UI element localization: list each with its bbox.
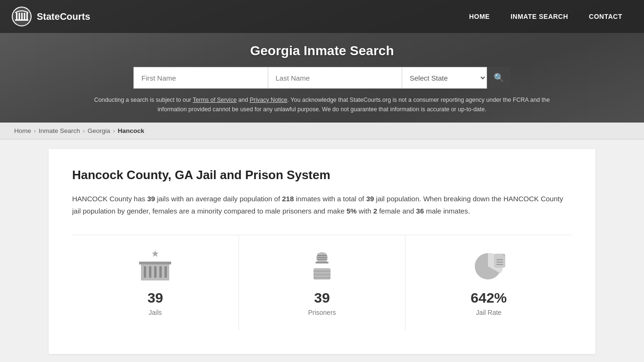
svg-rect-12 (165, 266, 167, 278)
brand-name: StateCourts (37, 11, 90, 22)
prisoners-label: Prisoners (308, 309, 336, 316)
svg-rect-24 (314, 277, 330, 279)
disclaimer-text: Conducting a search is subject to our Te… (86, 95, 558, 114)
privacy-link[interactable]: Privacy Notice (250, 97, 288, 103)
stat-prisoners: 39 Prisoners (239, 235, 406, 330)
jail-rate-label: Jail Rate (476, 309, 501, 316)
tos-link[interactable]: Terms of Service (193, 97, 237, 103)
svg-rect-22 (314, 271, 330, 272)
breadcrumb-inmate-search[interactable]: Inmate Search (39, 127, 80, 134)
svg-rect-11 (159, 266, 162, 278)
svg-rect-13 (139, 262, 171, 264)
content-card: Hancock County, GA Jail and Prison Syste… (49, 149, 595, 354)
svg-marker-14 (152, 250, 158, 256)
jails-icon (136, 249, 174, 283)
breadcrumb-home-link[interactable]: Home (14, 127, 31, 134)
disclaimer-and: and (237, 97, 250, 103)
breadcrumb: Home › Inmate Search › Georgia › Hancock (14, 127, 630, 134)
page-header: StateCourts HOME INMATE SEARCH CONTACT G… (0, 0, 644, 123)
county-description: HANCOCK County has 39 jails with an aver… (72, 193, 572, 218)
main-content: Hancock County, GA Jail and Prison Syste… (39, 140, 605, 362)
svg-rect-5 (26, 13, 28, 19)
svg-rect-4 (24, 13, 25, 19)
svg-rect-2 (19, 13, 20, 19)
prisoners-number: 39 (314, 290, 330, 306)
breadcrumb-sep-2: › (83, 128, 85, 134)
svg-rect-1 (16, 13, 17, 19)
last-name-input[interactable] (268, 67, 403, 89)
nav-item-home[interactable]: HOME (459, 1, 500, 32)
search-area: Georgia Inmate Search Select StateAlabam… (0, 33, 644, 123)
stat-jails: 39 Jails (72, 235, 239, 330)
svg-rect-9 (149, 266, 151, 278)
svg-rect-20 (317, 259, 327, 260)
jails-number: 39 (148, 290, 163, 306)
nav-item-contact[interactable]: CONTACT (578, 1, 633, 32)
nav-item-inmate-search[interactable]: INMATE SEARCH (500, 1, 578, 32)
stats-row: 39 Jails (72, 235, 572, 330)
breadcrumb-inmate-search-link[interactable]: Inmate Search (39, 127, 80, 134)
county-title: Hancock County, GA Jail and Prison Syste… (72, 168, 572, 182)
breadcrumb-georgia[interactable]: Georgia (88, 127, 110, 134)
brand-logo-icon (11, 6, 32, 27)
svg-rect-8 (144, 266, 146, 278)
jail-rate-number: 642% (471, 290, 507, 306)
nav-link-contact[interactable]: CONTACT (578, 1, 633, 32)
breadcrumb-sep-3: › (113, 128, 115, 134)
breadcrumb-bar: Home › Inmate Search › Georgia › Hancock (0, 123, 644, 140)
nav-link-home[interactable]: HOME (459, 1, 500, 32)
navbar: StateCourts HOME INMATE SEARCH CONTACT (0, 0, 644, 33)
search-button[interactable]: 🔍 (487, 67, 511, 89)
disclaimer-before: Conducting a search is subject to our (94, 97, 193, 103)
svg-rect-10 (154, 266, 157, 278)
nav-links: HOME INMATE SEARCH CONTACT (459, 1, 633, 32)
prisoners-icon (303, 249, 341, 283)
breadcrumb-hancock: Hancock (118, 127, 144, 134)
stat-jail-rate: 642% Jail Rate (405, 235, 572, 330)
jail-rate-icon (470, 249, 508, 283)
jails-label: Jails (149, 309, 162, 316)
svg-rect-16 (315, 262, 329, 263)
svg-rect-23 (314, 274, 330, 275)
state-select[interactable]: Select StateAlabamaAlaskaArizonaArkansas… (402, 67, 487, 89)
breadcrumb-sep-1: › (34, 128, 36, 134)
svg-rect-18 (317, 255, 327, 256)
brand-link[interactable]: StateCourts (11, 6, 90, 27)
svg-rect-6 (15, 19, 28, 21)
search-icon: 🔍 (494, 73, 504, 83)
breadcrumb-home[interactable]: Home (14, 127, 31, 134)
svg-rect-26 (495, 254, 505, 267)
nav-link-inmate-search[interactable]: INMATE SEARCH (500, 1, 578, 32)
search-title: Georgia Inmate Search (9, 43, 635, 58)
first-name-input[interactable] (133, 67, 268, 89)
svg-rect-19 (317, 257, 327, 258)
breadcrumb-georgia-link[interactable]: Georgia (88, 127, 110, 134)
search-bar: Select StateAlabamaAlaskaArizonaArkansas… (133, 67, 511, 89)
svg-rect-3 (21, 13, 23, 19)
